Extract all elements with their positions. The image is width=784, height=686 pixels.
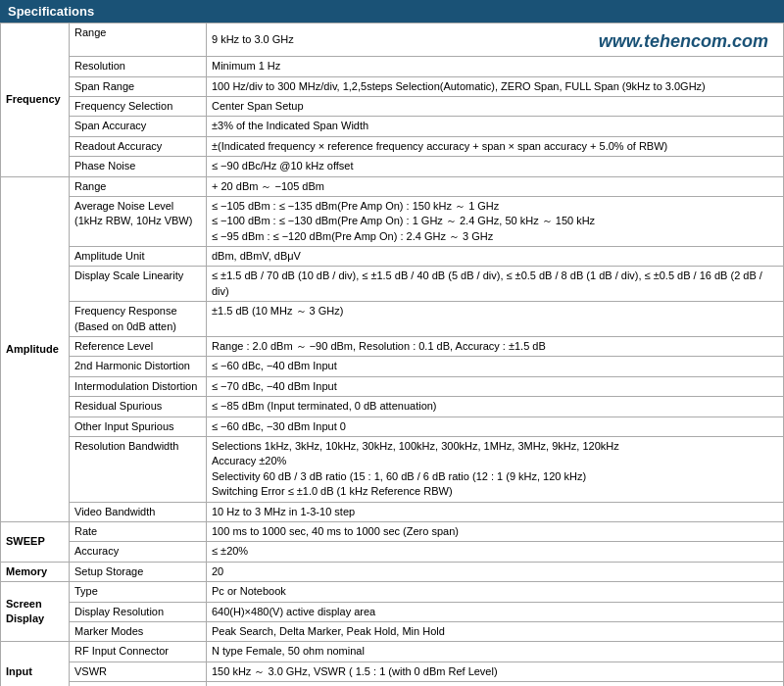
label-cell: Residual Spurious xyxy=(70,397,207,416)
category-cell: Amplitude xyxy=(1,176,70,521)
value-cell: ≤ −85 dBm (Input terminated, 0 dB attenu… xyxy=(207,397,784,416)
label-cell: Video Bandwidth xyxy=(70,502,207,521)
label-cell: RF Input Connector xyxy=(70,642,207,662)
label-cell: Span Range xyxy=(70,76,207,96)
table-row: Other Input Spurious≤ −60 dBc, −30 dBm I… xyxy=(1,416,784,436)
table-row: Resolution BandwidthSelections 1kHz, 3kH… xyxy=(1,437,784,503)
value-cell: + 20 dBm ～ −105 dBm xyxy=(207,176,784,196)
label-cell: Resolution Bandwidth xyxy=(70,437,207,503)
value-cell: 150 kHz ～ 3.0 GHz, VSWR ( 1.5 : 1 (with … xyxy=(207,662,784,681)
table-row: ResolutionMinimum 1 Hz xyxy=(1,57,784,76)
value-cell: 640(H)×480(V) active display area xyxy=(207,602,784,621)
category-cell: Frequency xyxy=(1,24,70,177)
label-cell: Intermodulation Distortion xyxy=(70,376,207,396)
value-cell: Selections 1kHz, 3kHz, 10kHz, 30kHz, 100… xyxy=(207,437,784,503)
value-cell: 0 Vdc, +20 dBm xyxy=(207,682,784,686)
value-cell: dBm, dBmV, dBμV xyxy=(207,247,784,267)
table-row: Reference LevelRange : 2.0 dBm ～ −90 dBm… xyxy=(1,337,784,357)
value-cell: Range : 2.0 dBm ～ −90 dBm, Resolution : … xyxy=(207,337,784,357)
table-row: Video Bandwidth10 Hz to 3 MHz in 1-3-10 … xyxy=(1,502,784,521)
label-cell: Frequency Response (Based on 0dB atten) xyxy=(70,302,207,337)
website-label: www.tehencom.com xyxy=(599,25,778,54)
header: Specifications xyxy=(0,0,784,23)
table-row: Display Resolution640(H)×480(V) active d… xyxy=(1,602,784,621)
table-row: Average Noise Level (1kHz RBW, 10Hz VBW)… xyxy=(1,196,784,246)
label-cell: Span Accuracy xyxy=(70,117,207,136)
table-row: Span Range100 Hz/div to 300 MHz/div, 1,2… xyxy=(1,76,784,96)
label-cell: Range xyxy=(70,176,207,196)
label-cell: Reference Level xyxy=(70,337,207,357)
table-row: Phase Noise≤ −90 dBc/Hz @10 kHz offset xyxy=(1,157,784,176)
label-cell: Accuracy xyxy=(70,542,207,562)
value-cell: 20 xyxy=(207,562,784,581)
value-cell: ±1.5 dB (10 MHz ～ 3 GHz) xyxy=(207,302,784,337)
value-cell: ≤ −70 dBc, −40 dBm Input xyxy=(207,376,784,396)
page-title: Specifications xyxy=(0,0,784,23)
value-cell: N type Female, 50 ohm nominal xyxy=(207,642,784,662)
value-cell: ≤ −90 dBc/Hz @10 kHz offset xyxy=(207,157,784,176)
table-row: Marker ModesPeak Search, Delta Marker, P… xyxy=(1,621,784,641)
table-row: Readout Accuracy±(Indicated frequency × … xyxy=(1,136,784,156)
table-row: VSWR150 kHz ～ 3.0 GHz, VSWR ( 1.5 : 1 (w… xyxy=(1,662,784,681)
category-cell: Input xyxy=(1,642,70,686)
value-cell: 10 Hz to 3 MHz in 1-3-10 step xyxy=(207,502,784,521)
label-cell: Display Resolution xyxy=(70,602,207,621)
table-row: MemorySetup Storage20 xyxy=(1,562,784,581)
table-row: AmplitudeRange+ 20 dBm ～ −105 dBm xyxy=(1,176,784,196)
table-row: Frequency Response (Based on 0dB atten)±… xyxy=(1,302,784,337)
label-cell: Type xyxy=(70,582,207,602)
table-row: Residual Spurious≤ −85 dBm (Input termin… xyxy=(1,397,784,416)
table-row: FrequencyRange9 kHz to 3.0 GHzwww.tehenc… xyxy=(1,24,784,57)
table-row: Maximum Input Level0 Vdc, +20 dBm xyxy=(1,682,784,686)
table-row: InputRF Input ConnectorN type Female, 50… xyxy=(1,642,784,662)
value-cell: 100 Hz/div to 300 MHz/div, 1,2,5steps Se… xyxy=(207,76,784,96)
table-row: 2nd Harmonic Distortion≤ −60 dBc, −40 dB… xyxy=(1,357,784,376)
value-cell: ≤ −60 dBc, −30 dBm Input 0 xyxy=(207,416,784,436)
value-cell: 9 kHz to 3.0 GHzwww.tehencom.com xyxy=(207,24,784,57)
value-cell: ±(Indicated frequency × reference freque… xyxy=(207,136,784,156)
label-cell: Average Noise Level (1kHz RBW, 10Hz VBW) xyxy=(70,196,207,246)
specifications-table: FrequencyRange9 kHz to 3.0 GHzwww.tehenc… xyxy=(0,23,784,686)
value-cell: 100 ms to 1000 sec, 40 ms to 1000 sec (Z… xyxy=(207,521,784,541)
label-cell: VSWR xyxy=(70,662,207,681)
label-cell: Rate xyxy=(70,521,207,541)
category-cell: Memory xyxy=(1,562,70,581)
value-cell: ≤ −105 dBm : ≤ −135 dBm(Pre Amp On) : 15… xyxy=(207,196,784,246)
table-row: Screen DisplayTypePc or Notebook xyxy=(1,582,784,602)
label-cell: 2nd Harmonic Distortion xyxy=(70,357,207,376)
table-row: Amplitude UnitdBm, dBmV, dBμV xyxy=(1,247,784,267)
label-cell: Setup Storage xyxy=(70,562,207,581)
value-cell: Center Span Setup xyxy=(207,96,784,116)
label-cell: Frequency Selection xyxy=(70,96,207,116)
value-cell: Minimum 1 Hz xyxy=(207,57,784,76)
value-cell: ≤ ±1.5 dB / 70 dB (10 dB / div), ≤ ±1.5 … xyxy=(207,267,784,302)
table-row: Accuracy≤ ±20% xyxy=(1,542,784,562)
label-cell: Maximum Input Level xyxy=(70,682,207,686)
table-row: Frequency SelectionCenter Span Setup xyxy=(1,96,784,116)
label-cell: Resolution xyxy=(70,57,207,76)
label-cell: Readout Accuracy xyxy=(70,136,207,156)
value-cell: Peak Search, Delta Marker, Peak Hold, Mi… xyxy=(207,621,784,641)
table-row: Intermodulation Distortion≤ −70 dBc, −40… xyxy=(1,376,784,396)
label-cell: Display Scale Linearity xyxy=(70,267,207,302)
category-cell: Screen Display xyxy=(1,582,70,642)
value-cell: Pc or Notebook xyxy=(207,582,784,602)
label-cell: Phase Noise xyxy=(70,157,207,176)
label-cell: Other Input Spurious xyxy=(70,416,207,436)
table-row: Span Accuracy±3% of the Indicated Span W… xyxy=(1,117,784,136)
value-cell: ≤ −60 dBc, −40 dBm Input xyxy=(207,357,784,376)
label-cell: Marker Modes xyxy=(70,621,207,641)
label-cell: Range xyxy=(70,24,207,57)
table-row: SWEEPRate100 ms to 1000 sec, 40 ms to 10… xyxy=(1,521,784,541)
value-cell: ±3% of the Indicated Span Width xyxy=(207,117,784,136)
category-cell: SWEEP xyxy=(1,521,70,562)
table-row: Display Scale Linearity≤ ±1.5 dB / 70 dB… xyxy=(1,267,784,302)
label-cell: Amplitude Unit xyxy=(70,247,207,267)
value-cell: ≤ ±20% xyxy=(207,542,784,562)
